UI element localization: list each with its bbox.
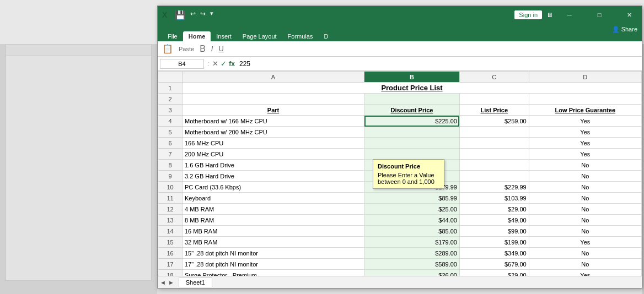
- cell-c6[interactable]: [459, 138, 529, 149]
- row-num-10: 10: [158, 182, 183, 193]
- cell-c5[interactable]: [459, 127, 529, 138]
- tab-formulas[interactable]: Formulas: [282, 31, 319, 41]
- cell-a1[interactable]: Product Price List: [183, 83, 642, 94]
- col-header-a[interactable]: A: [183, 72, 364, 83]
- cell-b12[interactable]: $25.00: [364, 204, 460, 215]
- bold-icon[interactable]: B: [200, 44, 206, 54]
- save-icon[interactable]: 💾: [175, 10, 186, 20]
- cell-a15[interactable]: 32 MB RAM: [183, 237, 364, 248]
- formula-input[interactable]: [237, 60, 640, 68]
- cell-b4[interactable]: $225.00: [364, 116, 460, 127]
- cell-a18[interactable]: Surge Protector - Premium: [183, 270, 364, 276]
- clipboard-icon[interactable]: 📋: [162, 43, 173, 54]
- cell-a10[interactable]: PC Card (33.6 Kbps): [183, 182, 364, 193]
- cell-c3[interactable]: List Price: [459, 105, 529, 116]
- italic-icon[interactable]: I: [211, 45, 213, 53]
- cell-d14[interactable]: No: [529, 226, 641, 237]
- sheet-tab-1[interactable]: Sheet1: [179, 277, 212, 287]
- cell-a17[interactable]: 17" .28 dot pitch NI monitor: [183, 259, 364, 270]
- insert-function-icon[interactable]: fx: [229, 60, 235, 68]
- cell-b14[interactable]: $85.00: [364, 226, 460, 237]
- cell-b11[interactable]: $85.99: [364, 193, 460, 204]
- cell-d18[interactable]: Yes: [529, 270, 641, 276]
- cell-c9[interactable]: [459, 171, 529, 182]
- sheet-nav-next[interactable]: ►: [168, 279, 174, 286]
- cell-c12[interactable]: $29.00: [459, 204, 529, 215]
- share-button[interactable]: 👤 Share: [612, 26, 637, 33]
- cell-a9[interactable]: 3.2 GB Hard Drive: [183, 171, 364, 182]
- cell-b2[interactable]: [364, 94, 460, 105]
- cell-d12[interactable]: No: [529, 204, 641, 215]
- cell-b13[interactable]: $44.00: [364, 215, 460, 226]
- cell-a14[interactable]: 16 MB RAM: [183, 226, 364, 237]
- tab-file[interactable]: File: [162, 31, 183, 41]
- col-header-b[interactable]: B: [364, 72, 460, 83]
- cell-d2[interactable]: [529, 94, 641, 105]
- sheet-nav-prev[interactable]: ◄: [160, 279, 166, 286]
- cell-c10[interactable]: $229.99: [459, 182, 529, 193]
- cell-c14[interactable]: $99.00: [459, 226, 529, 237]
- cell-a13[interactable]: 8 MB RAM: [183, 215, 364, 226]
- cell-a8[interactable]: 1.6 GB Hard Drive: [183, 160, 364, 171]
- cell-a5[interactable]: Motherboard w/ 200 MHz CPU: [183, 127, 364, 138]
- cell-a2[interactable]: [183, 94, 364, 105]
- cancel-icon[interactable]: ✕: [212, 59, 218, 68]
- cell-c2[interactable]: [459, 94, 529, 105]
- cell-d8[interactable]: No: [529, 160, 641, 171]
- cell-b15[interactable]: $179.00: [364, 237, 460, 248]
- confirm-icon[interactable]: ✓: [221, 59, 227, 68]
- cell-d13[interactable]: No: [529, 215, 641, 226]
- cell-d10[interactable]: No: [529, 182, 641, 193]
- cell-c18[interactable]: $29.00: [459, 270, 529, 276]
- undo-icon[interactable]: ↩: [190, 10, 196, 20]
- cell-a12[interactable]: 4 MB RAM: [183, 204, 364, 215]
- tab-page-layout[interactable]: Page Layout: [237, 31, 282, 41]
- col-header-d[interactable]: D: [529, 72, 641, 83]
- quick-access-more[interactable]: ▾: [210, 10, 213, 20]
- cell-c4[interactable]: $259.00: [459, 116, 529, 127]
- cell-c13[interactable]: $49.00: [459, 215, 529, 226]
- cell-b5[interactable]: [364, 127, 460, 138]
- cell-d15[interactable]: Yes: [529, 237, 641, 248]
- cell-a4[interactable]: Motherboard w/ 166 MHz CPU: [183, 116, 364, 127]
- cell-c11[interactable]: $103.99: [459, 193, 529, 204]
- cell-b7[interactable]: [364, 149, 460, 160]
- cell-c7[interactable]: [459, 149, 529, 160]
- cell-d4[interactable]: Yes: [529, 116, 641, 127]
- cell-c17[interactable]: $679.00: [459, 259, 529, 270]
- cell-d7[interactable]: Yes: [529, 149, 641, 160]
- minimize-button[interactable]: ─: [557, 6, 582, 24]
- name-box[interactable]: [160, 59, 204, 69]
- cell-d9[interactable]: No: [529, 171, 641, 182]
- paste-label[interactable]: Paste: [179, 46, 194, 52]
- cell-b3[interactable]: Discount Price: [364, 105, 460, 116]
- cell-c16[interactable]: $349.00: [459, 248, 529, 259]
- cell-d11[interactable]: No: [529, 193, 641, 204]
- maximize-button[interactable]: □: [587, 6, 612, 24]
- cell-a11[interactable]: Keyboard: [183, 193, 364, 204]
- cell-b17[interactable]: $589.00: [364, 259, 460, 270]
- underline-icon[interactable]: U: [218, 45, 223, 53]
- cell-d3[interactable]: Low Price Guarantee: [529, 105, 641, 116]
- redo-icon[interactable]: ↪: [200, 10, 206, 20]
- cell-b18[interactable]: $26.00: [364, 270, 460, 276]
- cell-c15[interactable]: $199.00: [459, 237, 529, 248]
- cell-d17[interactable]: No: [529, 259, 641, 270]
- cell-a16[interactable]: 15" .28 dot pitch NI monitor: [183, 248, 364, 259]
- sign-in-button[interactable]: Sign in: [514, 10, 542, 19]
- tab-d[interactable]: D: [318, 31, 334, 41]
- cell-c8[interactable]: [459, 160, 529, 171]
- tab-home[interactable]: Home: [183, 31, 211, 41]
- cell-b6[interactable]: [364, 138, 460, 149]
- excel-window: X 💾 ↩ ↪ ▾ Sign in 🖥 ─ □ ✕ File Home Inse…: [157, 6, 642, 288]
- col-header-c[interactable]: C: [459, 72, 529, 83]
- cell-a6[interactable]: 166 MHz CPU: [183, 138, 364, 149]
- cell-b16[interactable]: $289.00: [364, 248, 460, 259]
- cell-a7[interactable]: 200 MHz CPU: [183, 149, 364, 160]
- cell-a3[interactable]: Part: [183, 105, 364, 116]
- cell-d16[interactable]: No: [529, 248, 641, 259]
- cell-d5[interactable]: Yes: [529, 127, 641, 138]
- cell-d6[interactable]: Yes: [529, 138, 641, 149]
- close-button[interactable]: ✕: [616, 6, 642, 24]
- tab-insert[interactable]: Insert: [211, 31, 237, 41]
